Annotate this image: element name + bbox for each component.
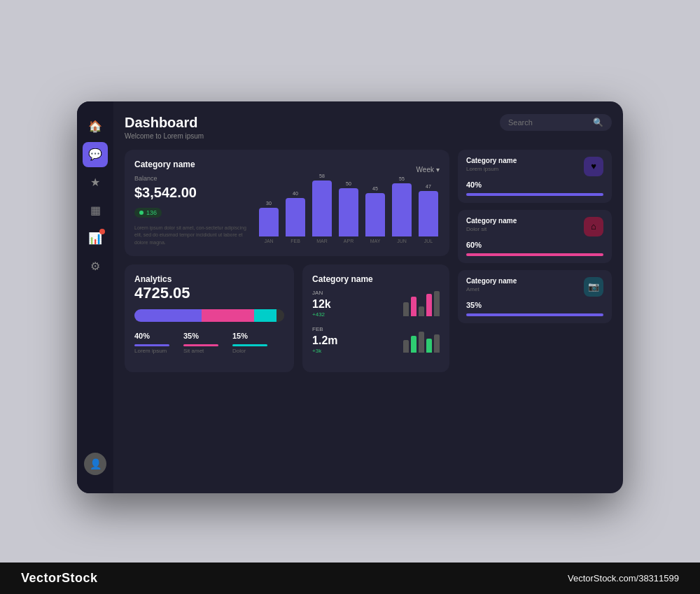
- bar-column: 55 JUN: [391, 176, 413, 243]
- left-column: Category name Balance $3,542.00 136 Lore…: [125, 150, 449, 373]
- device-frame: 🏠 💬 ★ ▦ 📊 ⚙ 👤 Dashboard Welcome to Lorem…: [77, 101, 623, 493]
- right-card: Category name Lorem ipsum ♥ 40%: [458, 150, 612, 203]
- right-card-title: Category name: [466, 277, 517, 285]
- sidebar: 🏠 💬 ★ ▦ 📊 ⚙ 👤: [77, 101, 113, 493]
- month-label: JAN: [312, 290, 331, 296]
- bar-label: FEB: [290, 239, 300, 243]
- bar-value: 40: [293, 191, 298, 196]
- header: Dashboard Welcome to Lorem ipsum 🔍: [125, 114, 612, 140]
- stat-pct: 15%: [232, 332, 267, 340]
- stat-progress: [232, 344, 267, 346]
- search-bar[interactable]: 🔍: [500, 114, 612, 131]
- search-input[interactable]: [508, 118, 589, 127]
- bar-value: 58: [319, 174, 325, 178]
- sidebar-item-chart[interactable]: 📊: [83, 226, 108, 251]
- mini-bars: [403, 327, 440, 353]
- right-card-header: Category name Amet 📷: [466, 277, 603, 297]
- right-card-subtitle: Dolor sit: [466, 226, 517, 232]
- mini-bars: [403, 291, 440, 316]
- analytics-value: 4725.05: [134, 284, 284, 302]
- month-change: +3k: [312, 348, 337, 354]
- mini-bar: [403, 302, 409, 316]
- bar-rect: [286, 198, 305, 236]
- bar-value: 50: [346, 181, 351, 186]
- analytics-number: 4725.05: [134, 284, 190, 302]
- user-avatar[interactable]: 👤: [84, 453, 106, 475]
- badge-value: 136: [146, 209, 157, 216]
- period-select[interactable]: Week ▾: [416, 166, 440, 174]
- mini-bar: [434, 291, 440, 316]
- sidebar-item-home[interactable]: 🏠: [83, 114, 108, 139]
- stat-item: 40% Lorem ipsum: [134, 332, 169, 354]
- chart-left-panel: Category name Balance $3,542.00 136 Lore…: [134, 160, 246, 247]
- right-card-text: Category name Lorem ipsum: [466, 157, 517, 172]
- stat-label: Dolor: [232, 348, 267, 354]
- bars-row: 30 JAN 40 FEB 58 MAR 50 APR 45 MAY 55 JU…: [258, 176, 440, 246]
- bar-rect: [392, 183, 412, 236]
- right-card-icon[interactable]: ⌂: [584, 217, 603, 236]
- bar-value: 47: [426, 184, 431, 189]
- mini-bar: [419, 332, 424, 353]
- month-value: 12k: [312, 298, 331, 311]
- lorem-text: Lorem ipsum dolor sit amet, con-sectetur…: [134, 225, 246, 247]
- bar-rect: [259, 208, 279, 236]
- progress-segment: [134, 309, 202, 322]
- bar-column: 47 JUL: [417, 184, 440, 243]
- month-label: FEB: [312, 326, 337, 332]
- right-card-text: Category name Amet: [466, 277, 517, 292]
- balance-badge: 136: [134, 208, 162, 218]
- progress-segment: [254, 309, 276, 322]
- chart-header: Category name: [134, 160, 246, 169]
- right-card-progress: [466, 253, 603, 256]
- page-title: Dashboard: [125, 114, 204, 131]
- monthly-row: FEB 1.2m +3k: [312, 326, 440, 354]
- bar-value: 45: [372, 186, 378, 191]
- sidebar-item-grid[interactable]: ▦: [83, 198, 108, 223]
- stat-item: 15% Dolor: [232, 332, 267, 354]
- content-grid: Category name Balance $3,542.00 136 Lore…: [125, 150, 612, 381]
- watermark-right: VectorStock.com/38311599: [568, 573, 679, 584]
- bar-column: 58 MAR: [311, 174, 333, 243]
- mini-bar: [426, 294, 432, 316]
- right-card-pct: 60%: [466, 241, 603, 249]
- bar-label: JUL: [424, 239, 433, 243]
- watermark-left: VectorStock: [21, 571, 98, 586]
- mini-bar: [411, 297, 416, 316]
- progress-segment: [202, 309, 254, 322]
- monthly-left: FEB 1.2m +3k: [312, 326, 337, 354]
- sidebar-item-settings[interactable]: ⚙: [83, 254, 108, 279]
- bar-label: MAY: [370, 239, 381, 243]
- stat-progress: [134, 344, 169, 346]
- sidebar-item-star[interactable]: ★: [83, 170, 108, 195]
- sidebar-bottom: 👤: [84, 453, 106, 481]
- bar-rect: [419, 191, 438, 236]
- stat-item: 35% Sit amet: [183, 332, 218, 354]
- right-card-title: Category name: [466, 217, 517, 225]
- monthly-rows: JAN 12k +432 FEB 1.2m +3k: [312, 290, 440, 354]
- right-card-progress: [466, 313, 603, 316]
- analytics-title: Analytics: [134, 274, 284, 284]
- stat-pct: 35%: [183, 332, 218, 340]
- badge-dot: [139, 211, 144, 215]
- monthly-title: Category name: [312, 274, 440, 284]
- right-card-progress: [466, 193, 603, 196]
- month-change: +432: [312, 311, 331, 318]
- balance-value: $3,542.00: [134, 185, 246, 201]
- analytics-progress-bar: [134, 309, 284, 322]
- right-card-icon[interactable]: 📷: [584, 277, 603, 297]
- right-column: Category name Lorem ipsum ♥ 40% Category…: [458, 150, 612, 373]
- right-card-header: Category name Lorem ipsum ♥: [466, 157, 603, 176]
- bar-rect: [312, 181, 332, 236]
- bar-rect: [339, 188, 358, 236]
- header-text-group: Dashboard Welcome to Lorem ipsum: [125, 114, 204, 140]
- right-card-icon[interactable]: ♥: [584, 157, 603, 176]
- right-card: Category name Amet 📷 35%: [458, 270, 612, 323]
- right-card-pct: 40%: [466, 181, 603, 189]
- sidebar-item-chat[interactable]: 💬: [83, 142, 108, 167]
- right-card: Category name Dolor sit ⌂ 60%: [458, 210, 612, 263]
- right-card-subtitle: Lorem ipsum: [466, 166, 517, 172]
- monthly-row: JAN 12k +432: [312, 290, 440, 318]
- bar-column: 30 JAN: [258, 201, 280, 243]
- bar-label: MAR: [316, 239, 328, 243]
- bar-rect: [365, 193, 385, 236]
